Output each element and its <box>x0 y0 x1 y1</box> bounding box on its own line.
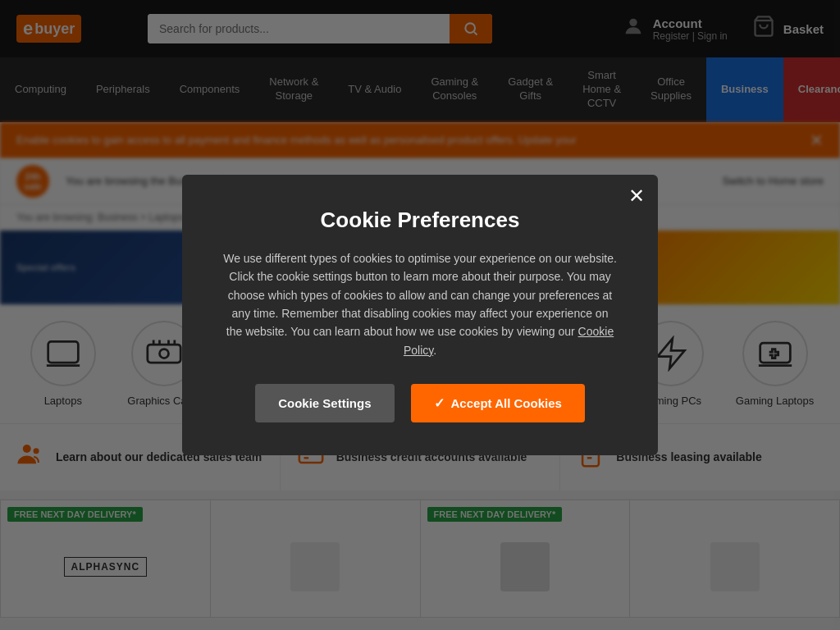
cookie-modal: ✕ Cookie Preferences We use different ty… <box>182 175 658 455</box>
cookie-modal-body: We use different types of cookies to opt… <box>223 249 617 359</box>
accept-all-label: Accept All Cookies <box>451 396 562 410</box>
cookie-modal-title: Cookie Preferences <box>223 208 617 233</box>
cookie-modal-close-button[interactable]: ✕ <box>628 186 645 206</box>
cookie-settings-button[interactable]: Cookie Settings <box>255 384 394 422</box>
checkmark-icon: ✓ <box>434 395 445 411</box>
cookie-overlay-backdrop: ✕ Cookie Preferences We use different ty… <box>0 0 840 618</box>
accept-all-cookies-button[interactable]: ✓ Accept All Cookies <box>411 384 585 422</box>
cookie-policy-link[interactable]: Cookie Policy <box>404 325 614 356</box>
cookie-modal-buttons: Cookie Settings ✓ Accept All Cookies <box>223 384 617 422</box>
